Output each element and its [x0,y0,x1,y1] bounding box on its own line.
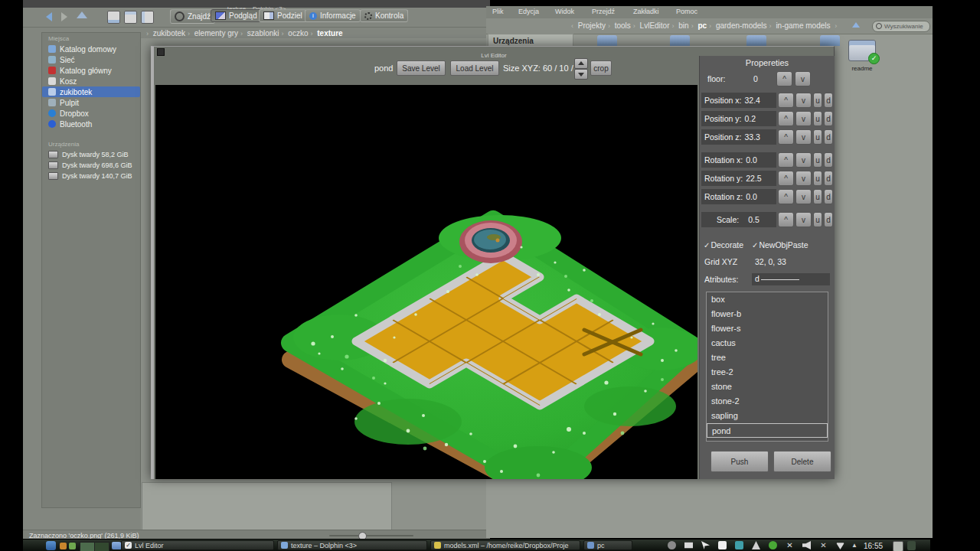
crop-button[interactable]: crop [590,60,612,76]
position-z-field[interactable]: Position z:33.3 [701,129,776,145]
breadcrumb-segment[interactable]: zukibotek [153,29,185,37]
rotation-z-field[interactable]: Rotation z:0.0 [701,189,776,204]
decorate-checkbox[interactable]: Decorate [704,240,743,249]
menu-widok[interactable]: Widok [555,8,574,15]
sidebar-item-disk3[interactable]: Dysk twardy 140,7 GiB [42,171,140,181]
breadcrumb-segment[interactable]: bin [678,21,688,30]
up-icon[interactable] [77,11,87,18]
position-x-up-button[interactable]: ^ [778,93,794,108]
tray-expand-icon[interactable]: ▲ [851,541,858,549]
file-icon[interactable] [820,35,840,46]
rotation-y-up-button[interactable]: ^ [778,171,794,186]
sidebar-item-home[interactable]: Katalog domowy [42,44,140,54]
scale-u-button[interactable]: u [813,212,822,227]
breadcrumb-segment-current[interactable]: in-game models [776,21,830,30]
pager-desktop-2[interactable] [94,542,109,551]
position-y-down-button[interactable]: v [795,111,812,126]
floor-down-button[interactable]: v [795,71,811,86]
object-list-item[interactable]: flower-b [707,307,828,321]
tray-app-icon[interactable] [735,541,743,549]
menu-plik[interactable]: Plik [492,8,504,15]
menu-zakladki[interactable]: Zakładki [633,8,659,15]
scale-up-button[interactable]: ^ [778,212,794,227]
rotation-x-field[interactable]: Rotation x:0.0 [701,152,776,168]
object-list-item[interactable]: tree-2 [707,365,828,380]
preview-button[interactable]: Podgląd [211,9,262,22]
scale-down-button[interactable]: v [795,212,812,227]
window-titlebar[interactable]: Lvl Editor [154,47,834,56]
control-button[interactable]: Kontrola [360,9,408,22]
object-name-field[interactable]: pond [374,64,393,73]
object-list-item[interactable]: sapling [707,409,828,423]
breadcrumb-segment-current[interactable]: texture [317,29,342,37]
tray-pin-icon[interactable] [752,541,760,549]
pointer-icon[interactable] [701,541,710,549]
chevron-left-icon[interactable]: ‹ [569,22,576,30]
file-icon[interactable] [597,35,617,46]
input-x-icon[interactable]: ✕ [819,541,828,549]
push-button[interactable]: Push [710,451,769,472]
details-view-icon[interactable] [124,11,137,24]
object-list-item[interactable]: cactus [707,336,828,350]
position-x-field[interactable]: Position x:32.4 [701,93,776,108]
rotation-y-u-button[interactable]: u [813,171,822,186]
object-list-item[interactable]: stone [707,380,828,394]
size-spin-up-button[interactable] [574,58,588,69]
file-item-readme[interactable]: ✓ readme [840,40,884,77]
rotation-x-d-button[interactable]: d [824,152,833,168]
breadcrumb-segment[interactable]: garden-models [716,21,767,30]
search-input[interactable]: Wyszukiwanie [872,21,930,32]
breadcrumb-segment[interactable]: LvlEditor [640,21,670,30]
sidebar-item-zukibotek[interactable]: zukibotek [42,86,140,97]
floor-up-button[interactable]: ^ [776,71,792,86]
viewport-3d[interactable] [155,85,697,479]
tray-launcher-icon[interactable] [69,543,76,549]
object-listbox[interactable]: box flower-b flower-s cactus tree tree-2… [706,292,828,442]
rotation-x-up-button[interactable]: ^ [778,152,794,168]
object-list-item-selected[interactable]: pond [707,423,828,438]
sidebar-item-bluetooth[interactable]: Bluetooth [42,119,140,129]
object-list-item[interactable]: box [707,292,828,307]
position-y-u-button[interactable]: u [813,111,822,126]
attributes-field[interactable]: d [752,273,830,285]
network-wifi-icon[interactable] [836,541,844,549]
position-x-down-button[interactable]: v [795,93,812,108]
position-y-field[interactable]: Position y:0.2 [701,111,776,126]
delete-button[interactable]: Delete [773,451,831,472]
zoom-slider-track[interactable] [329,535,413,536]
sidebar-item-trash[interactable]: Kosz [42,76,140,86]
sidebar-item-disk1[interactable]: Dysk twardy 58,2 GiB [42,149,140,160]
newobjpaste-checkbox[interactable]: NewObjPaste [752,240,808,249]
sidebar-item-dropbox[interactable]: Dropbox [42,108,140,119]
tray-app-icon[interactable] [718,541,727,549]
split-button[interactable]: Podziel [259,9,307,22]
rotation-z-u-button[interactable]: u [813,189,822,204]
tray-status-icon[interactable] [668,541,676,549]
menu-pomoc[interactable]: Pomoc [676,8,697,15]
breadcrumb-segment[interactable]: elementy gry [194,29,238,37]
go-up-icon[interactable] [852,22,860,28]
icons-view-icon[interactable] [107,11,120,24]
rotation-x-u-button[interactable]: u [813,152,822,168]
position-x-u-button[interactable]: u [813,93,822,108]
window-titlebar[interactable]: texture – Dolphin <3> [23,0,490,8]
sidebar-item-desktop[interactable]: Pulpit [42,97,140,108]
object-list-item[interactable]: flower-s [707,321,828,336]
dropbox-tray-icon[interactable] [769,541,777,549]
information-button[interactable]: i Informacje [305,9,361,22]
object-list-item[interactable]: stone-2 [707,394,828,409]
menu-przejdz[interactable]: Przejdź [592,8,615,15]
position-y-d-button[interactable]: d [824,111,833,126]
forward-icon[interactable] [61,12,67,21]
breadcrumb-segment[interactable]: tools [615,21,631,30]
rotation-z-d-button[interactable]: d [824,189,833,204]
chevron-right-icon[interactable]: › [832,22,839,30]
file-icon[interactable] [670,35,690,46]
breadcrumb-segment[interactable]: oczko [288,29,308,37]
breadcrumb-segment[interactable]: szablonki [247,29,279,37]
taskbar-task-lvl-editor[interactable]: ✓ Lvl Editor [121,540,274,550]
tray-overflow-icon[interactable] [907,541,916,550]
find-button[interactable]: Znajdź [170,9,215,24]
show-desktop-button[interactable] [893,541,903,551]
save-level-button[interactable]: Save Level [397,60,446,76]
